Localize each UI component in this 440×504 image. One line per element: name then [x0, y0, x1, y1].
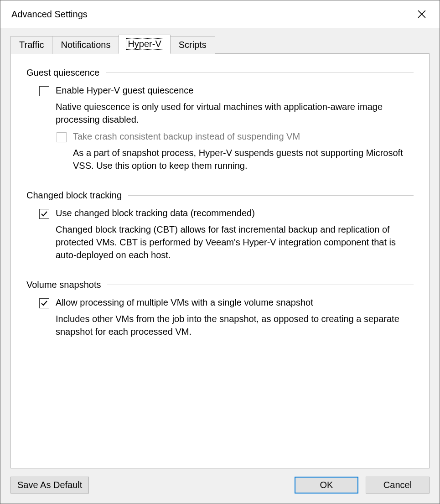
advanced-settings-dialog: Advanced Settings Traffic Notifications …: [0, 0, 440, 504]
crash-consistent-label: Take crash consistent backup instead of …: [73, 130, 300, 143]
allow-multi-vm-checkbox[interactable]: [39, 298, 49, 308]
option-use-cbt[interactable]: Use changed block tracking data (recomme…: [26, 207, 414, 219]
group-divider: [128, 195, 414, 196]
crash-consistent-checkbox: [57, 132, 67, 142]
enable-quiescence-description: Native quiescence is only used for virtu…: [26, 100, 414, 126]
tab-label: Hyper-V: [126, 38, 163, 50]
tab-scripts[interactable]: Scripts: [170, 36, 215, 54]
group-legend: Guest quiescence: [26, 68, 106, 78]
enable-quiescence-checkbox[interactable]: [39, 86, 49, 96]
cancel-button[interactable]: Cancel: [366, 477, 430, 494]
crash-consistent-description: As a part of snapshot process, Hyper-V s…: [26, 146, 414, 172]
tab-hyperv[interactable]: Hyper-V: [119, 35, 170, 54]
use-cbt-label: Use changed block tracking data (recomme…: [56, 207, 255, 219]
dialog-footer: Save As Default OK Cancel: [10, 468, 430, 494]
close-button[interactable]: [412, 7, 431, 21]
window-title: Advanced Settings: [11, 9, 88, 20]
option-allow-multi-vm[interactable]: Allow processing of multiple VMs with a …: [26, 296, 414, 309]
option-crash-consistent: Take crash consistent backup instead of …: [26, 130, 414, 143]
group-divider: [106, 73, 414, 73]
allow-multi-vm-description: Includes other VMs from the job into the…: [26, 312, 414, 338]
group-legend: Changed block tracking: [26, 190, 128, 201]
save-as-default-button[interactable]: Save As Default: [10, 477, 89, 494]
tab-traffic[interactable]: Traffic: [10, 36, 52, 54]
tab-label: Traffic: [19, 40, 44, 50]
group-volume-snapshots: Volume snapshots Allow processing of mul…: [26, 280, 414, 338]
group-guest-quiescence: Guest quiescence Enable Hyper-V guest qu…: [26, 68, 414, 172]
tab-label: Notifications: [61, 40, 110, 50]
group-changed-block-tracking: Changed block tracking Use changed block…: [26, 190, 414, 261]
tab-label: Scripts: [179, 40, 207, 50]
option-enable-quiescence[interactable]: Enable Hyper-V guest quiescence: [26, 84, 414, 97]
group-legend: Volume snapshots: [26, 280, 107, 290]
checkmark-icon: [41, 210, 48, 218]
allow-multi-vm-label: Allow processing of multiple VMs with a …: [56, 296, 313, 309]
use-cbt-description: Changed block tracking (CBT) allows for …: [26, 223, 414, 261]
checkmark-icon: [41, 300, 48, 307]
group-divider: [107, 285, 414, 285]
enable-quiescence-label: Enable Hyper-V guest quiescence: [56, 84, 193, 97]
close-icon: [418, 10, 426, 18]
tabstrip: Traffic Notifications Hyper-V Scripts: [10, 34, 430, 53]
use-cbt-checkbox[interactable]: [39, 209, 49, 219]
dialog-body: Traffic Notifications Hyper-V Scripts Gu…: [0, 28, 440, 504]
ok-button[interactable]: OK: [295, 477, 358, 494]
tab-panel-hyperv: Guest quiescence Enable Hyper-V guest qu…: [10, 53, 430, 468]
tab-notifications[interactable]: Notifications: [52, 36, 119, 54]
title-bar: Advanced Settings: [0, 0, 440, 28]
